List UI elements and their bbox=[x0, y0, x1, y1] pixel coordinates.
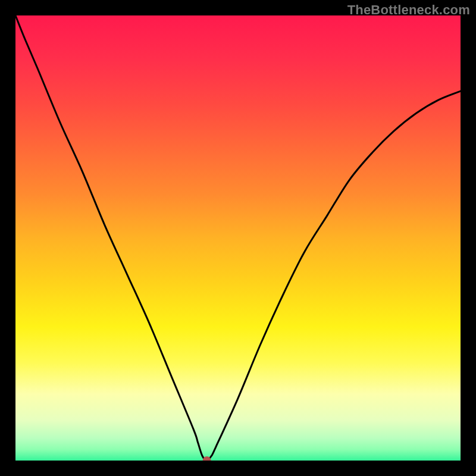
chart-svg bbox=[15, 15, 461, 461]
chart-plot-area bbox=[15, 15, 461, 461]
watermark-text: TheBottleneck.com bbox=[347, 2, 470, 18]
chart-frame: TheBottleneck.com bbox=[0, 0, 476, 476]
gradient-background bbox=[15, 15, 461, 461]
